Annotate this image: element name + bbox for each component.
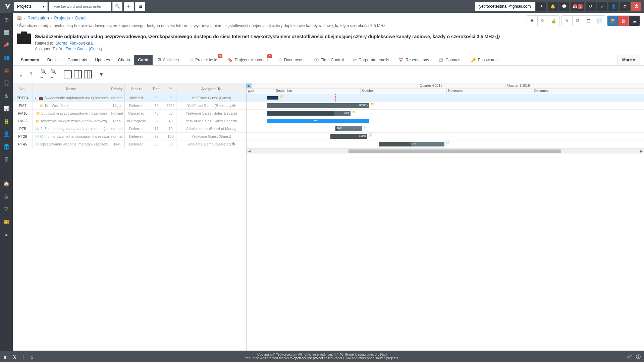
milestone-bar[interactable]: 40% bbox=[267, 119, 369, 123]
view-third-button[interactable] bbox=[84, 70, 92, 78]
chat-button[interactable]: 💬 bbox=[559, 2, 569, 11]
breadcrumb-realization[interactable]: Realization bbox=[28, 15, 49, 20]
watch-button[interactable]: 👁 bbox=[527, 16, 538, 26]
home-icon[interactable]: 🏠 bbox=[17, 15, 22, 20]
breadcrumb-detail[interactable]: Detail bbox=[75, 15, 86, 20]
user-button[interactable]: 👤 bbox=[608, 2, 619, 11]
sidebar-realization[interactable]: 📊 bbox=[2, 105, 10, 113]
task-bar[interactable]: 100% bbox=[330, 134, 367, 139]
tab-updates[interactable]: Updates bbox=[91, 55, 114, 65]
export-button[interactable]: 📄 bbox=[594, 16, 605, 26]
cart-icon[interactable]: 🛒 bbox=[627, 354, 633, 360]
send-button[interactable]: ✈ bbox=[538, 16, 548, 26]
col-time[interactable]: Time bbox=[148, 83, 165, 94]
tab-summary[interactable]: Summary bbox=[17, 55, 43, 65]
archive-button[interactable]: 📦 bbox=[607, 16, 618, 26]
reltab-activities[interactable]: ☑Activities bbox=[153, 55, 183, 65]
logout-button[interactable]: ⏻ bbox=[631, 2, 641, 11]
zoom-out-button[interactable]: 🔍− bbox=[40, 70, 48, 78]
app-logo[interactable] bbox=[3, 1, 13, 11]
sidebar-database[interactable]: 🗄 bbox=[2, 156, 10, 164]
reltab-reservations[interactable]: 📅Reservations bbox=[394, 55, 434, 65]
reltab-contacts[interactable]: 📇Contacts bbox=[434, 55, 466, 65]
lock-button[interactable]: 🔒 bbox=[548, 16, 559, 26]
sidebar-leads[interactable]: 👥 bbox=[2, 54, 10, 62]
more-dropdown[interactable]: More ▾ bbox=[617, 55, 640, 65]
github-icon[interactable]: ⌂ bbox=[29, 354, 35, 360]
user-email[interactable]: yetiforcetestmail@gmail.com bbox=[475, 2, 535, 11]
reltab-time-control[interactable]: 🕐Time Control bbox=[309, 55, 348, 65]
scroll-right-button[interactable]: ▶ bbox=[639, 148, 644, 154]
sidebar-profile[interactable]: ● bbox=[2, 231, 10, 239]
task-bar[interactable]: 50% bbox=[379, 142, 444, 146]
scroll-thumb[interactable] bbox=[348, 149, 561, 153]
sidebar-dashboard[interactable]: ◷ bbox=[2, 15, 10, 23]
tab-gantt[interactable]: Gantt bbox=[134, 55, 152, 65]
view-single-button[interactable] bbox=[64, 70, 72, 78]
sidebar-home[interactable]: 🏠 bbox=[2, 180, 10, 188]
col-no[interactable]: No. bbox=[13, 83, 33, 94]
milestone-bar[interactable]: 80% bbox=[267, 111, 351, 116]
table-row[interactable]: PT5📄2. Zakup usług zarządzania projektem… bbox=[13, 125, 246, 133]
open-source-link[interactable]: open source project bbox=[293, 356, 323, 360]
table-row[interactable]: PM33📁tworzenia nowych mikro-planów dotyc… bbox=[13, 117, 246, 125]
calendar-button[interactable]: 📅6 bbox=[571, 2, 584, 11]
milestone-bar[interactable]: 8392% bbox=[267, 103, 369, 108]
col-percent[interactable]: % bbox=[165, 83, 176, 94]
col-status[interactable]: Status bbox=[125, 83, 148, 94]
duplicate-button[interactable]: ⧉ bbox=[573, 16, 583, 26]
sidebar-support[interactable]: 🎧 bbox=[2, 79, 10, 87]
table-row[interactable]: PM10📁budowanie pracy zespołowej i bazowa… bbox=[13, 110, 246, 117]
sidebar-security[interactable]: 🔒 bbox=[2, 117, 10, 125]
col-assigned[interactable]: Assigned To bbox=[176, 83, 246, 94]
view-split-button[interactable] bbox=[74, 70, 82, 78]
sidebar-marketing[interactable]: 📣 bbox=[2, 41, 10, 49]
sidebar-secretary[interactable]: 🌐 bbox=[2, 143, 10, 151]
sidebar-filter[interactable]: ▽ bbox=[2, 205, 10, 213]
table-row[interactable]: PT26📄k) monitorowanie harmonogramów real… bbox=[13, 133, 246, 140]
cloud-button[interactable]: ☁ bbox=[629, 16, 640, 26]
table-row[interactable]: PROJ4⊟💼Świadczenie odpłatnych usług bezp… bbox=[13, 94, 246, 102]
reltab-passwords[interactable]: 🔑Passwords bbox=[466, 55, 502, 65]
settings-button[interactable]: ⚙ bbox=[620, 2, 630, 11]
info-icon[interactable]: ⓘ bbox=[635, 354, 641, 360]
advanced-search-button[interactable]: ✛ bbox=[124, 2, 134, 11]
assigned-to-link[interactable]: YetiForce Guest (Guest) bbox=[59, 47, 102, 51]
notifications-button[interactable]: 🔔 bbox=[548, 2, 558, 11]
col-name[interactable]: Name bbox=[33, 83, 109, 94]
search-button[interactable]: 🔍 bbox=[112, 2, 122, 11]
facebook-icon[interactable]: f bbox=[20, 354, 26, 360]
breadcrumb-projects[interactable]: Projects bbox=[54, 15, 70, 20]
expand-all-button[interactable]: ⤓ bbox=[17, 70, 25, 78]
reltab-project-milestones[interactable]: 🔖Project milestones3 bbox=[223, 55, 272, 65]
twitter-icon[interactable]: 𝕏 bbox=[11, 354, 17, 360]
collapse-icon[interactable]: ⊟ bbox=[35, 96, 38, 100]
reltab-documents[interactable]: 📄Documents bbox=[272, 55, 309, 65]
tab-details[interactable]: Details bbox=[43, 55, 64, 65]
filter-button[interactable]: ▼ bbox=[97, 70, 105, 78]
history-button[interactable]: ↺ bbox=[586, 2, 596, 11]
timeline-nav-handle[interactable]: ◀ ● ▶ bbox=[247, 83, 252, 88]
zoom-in-button[interactable]: 🔍+ bbox=[50, 70, 58, 78]
delete-button[interactable]: 🗑 bbox=[618, 16, 629, 26]
scroll-left-button[interactable]: ◀ bbox=[247, 148, 252, 154]
linkedin-icon[interactable]: in bbox=[3, 354, 9, 360]
tab-comments[interactable]: Comments bbox=[63, 55, 91, 65]
table-row[interactable]: PT45📄Opracowanie wspólnej metodyki (spos… bbox=[13, 140, 246, 148]
collapse-all-button[interactable]: ⤒ bbox=[27, 70, 35, 78]
sidebar-tickets[interactable]: 🎫 bbox=[2, 218, 10, 226]
reltab-corporate-emails[interactable]: ✉Corporate emails bbox=[348, 55, 394, 65]
exchange-button[interactable]: ⇄ bbox=[597, 2, 607, 11]
project-bar[interactable] bbox=[267, 96, 278, 100]
reltab-project-tasks[interactable]: 📄Project tasks3 bbox=[183, 55, 223, 65]
table-row[interactable]: PM7📁IV - Wdrożenie:HighDeferred528392Yet… bbox=[13, 102, 246, 110]
sidebar-finance[interactable]: $ bbox=[2, 92, 10, 100]
search-input[interactable] bbox=[49, 2, 111, 11]
grid-view-button[interactable]: ▦ bbox=[135, 2, 145, 11]
quick-create-button[interactable]: + bbox=[536, 2, 546, 11]
timeline-hscroll[interactable]: ◀ ▶ bbox=[247, 148, 644, 154]
sidebar-sales[interactable]: 💼 bbox=[2, 66, 10, 74]
sidebar-companies[interactable]: 🏢 bbox=[2, 28, 10, 36]
col-priority[interactable]: Priority bbox=[109, 83, 125, 94]
task-bar[interactable]: 10% bbox=[335, 126, 362, 131]
